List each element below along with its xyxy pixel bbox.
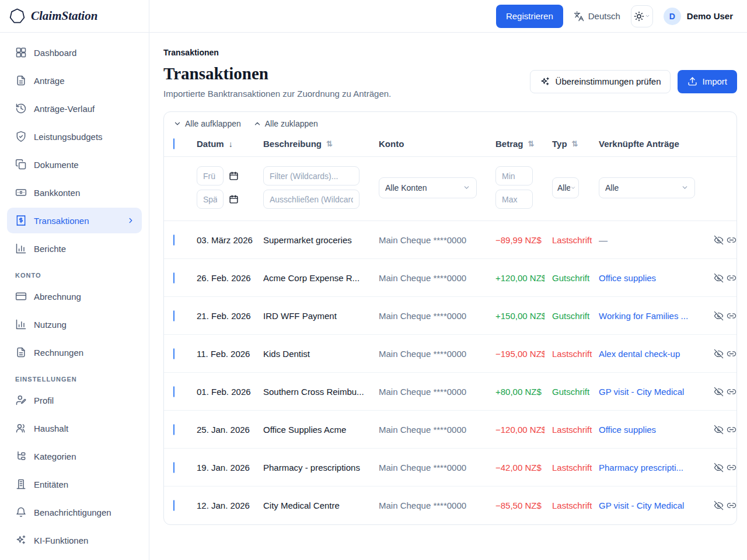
date-to-input[interactable]: [197, 190, 224, 209]
description-filter-input[interactable]: [263, 166, 359, 186]
link-icon[interactable]: [727, 311, 736, 321]
amount-filters: [495, 166, 552, 209]
sidebar-item-bankkonten[interactable]: Bankkonten: [7, 180, 142, 205]
sidebar-item-kategorien[interactable]: Kategorien: [7, 443, 142, 469]
type-filter-select[interactable]: Alle: [552, 177, 579, 198]
select-all-checkbox[interactable]: [173, 138, 174, 149]
sidebar-item-dashboard[interactable]: Dashboard: [7, 40, 142, 65]
transaction-account: Main Cheque ****0000: [379, 463, 495, 473]
sidebar-item-label: Leistungsbudgets: [34, 132, 103, 142]
sidebar-item-antraege-verlauf[interactable]: Anträge-Verlauf: [7, 96, 142, 121]
check-matches-button[interactable]: Übereinstimmungen prüfen: [530, 70, 671, 93]
column-header-datum[interactable]: Datum ↓: [197, 139, 263, 149]
row-checkbox[interactable]: [173, 386, 174, 397]
linked-claim-link[interactable]: Pharmacy prescripti...: [599, 463, 691, 473]
calendar-icon[interactable]: [229, 194, 239, 204]
table-row: 01. Feb. 2026 Southern Cross Reimbu... M…: [164, 373, 736, 411]
sidebar-item-benachrichtigungen[interactable]: Benachrichtigungen: [7, 499, 142, 525]
date-filters: [197, 166, 263, 209]
row-checkbox[interactable]: [173, 235, 174, 246]
transaction-account: Main Cheque ****0000: [379, 349, 495, 359]
eye-off-icon[interactable]: [714, 349, 724, 359]
sidebar-item-nutzung[interactable]: Nutzung: [7, 312, 142, 337]
user-name: Demo User: [687, 11, 733, 21]
tree-icon: [15, 450, 27, 462]
link-icon[interactable]: [727, 463, 736, 473]
linked-claim-link[interactable]: GP visit - City Medical: [599, 387, 691, 397]
link-icon[interactable]: [727, 349, 736, 359]
transaction-date: 01. Feb. 2026: [197, 387, 263, 397]
eye-off-icon[interactable]: [714, 235, 724, 245]
transaction-account: Main Cheque ****0000: [379, 235, 495, 245]
link-icon[interactable]: [727, 501, 736, 510]
sidebar-item-label: Dokumente: [34, 160, 79, 170]
sidebar-item-antraege[interactable]: Anträge: [7, 68, 142, 93]
linked-filter-select[interactable]: Alle: [599, 177, 695, 198]
linked-claim-link[interactable]: GP visit - City Medical: [599, 501, 691, 510]
sidebar-item-label: Haushalt: [34, 424, 68, 433]
register-button[interactable]: Registrieren: [496, 5, 563, 28]
linked-claim-link[interactable]: Alex dental check-up: [599, 349, 691, 359]
user-menu[interactable]: D Demo User: [664, 8, 733, 25]
language-switcher[interactable]: Deutsch: [574, 11, 620, 22]
chevron-down-icon: [173, 120, 181, 128]
sidebar-item-berichte[interactable]: Berichte: [7, 236, 142, 261]
sort-updown-icon[interactable]: ⇅: [326, 139, 333, 148]
linked-claim-link[interactable]: Working for Families ...: [599, 311, 691, 321]
eye-off-icon[interactable]: [714, 501, 724, 510]
expand-all-button[interactable]: Alle aufklappen: [173, 119, 241, 128]
eye-off-icon[interactable]: [714, 311, 724, 321]
chevron-right-icon: [127, 216, 135, 225]
linked-claim-link[interactable]: Office supplies: [599, 273, 691, 283]
linked-claim-link[interactable]: Office supplies: [599, 425, 691, 435]
import-button[interactable]: Import: [678, 70, 737, 93]
sidebar-item-entitaeten[interactable]: Entitäten: [7, 471, 142, 497]
amount-max-input[interactable]: [495, 190, 533, 209]
row-checkbox[interactable]: [173, 500, 174, 511]
column-header-beschreibung[interactable]: Beschreibung ⇅: [263, 139, 379, 149]
row-checkbox[interactable]: [173, 462, 174, 473]
sidebar-item-ki-funktionen[interactable]: KI-Funktionen: [7, 527, 142, 553]
date-from-input[interactable]: [197, 166, 224, 186]
transaction-type: Lastschrift: [552, 463, 596, 473]
top-bar-right: Registrieren Deutsch D Demo User: [149, 0, 747, 32]
amount-min-input[interactable]: [495, 166, 533, 186]
sidebar-item-abrechnung[interactable]: Abrechnung: [7, 284, 142, 309]
eye-off-icon[interactable]: [714, 425, 724, 435]
sort-updown-icon[interactable]: ⇅: [572, 139, 578, 148]
sort-desc-icon[interactable]: ↓: [229, 139, 233, 149]
transaction-date: 03. März 2026: [197, 235, 263, 245]
sidebar-item-rechnungen[interactable]: Rechnungen: [7, 340, 142, 365]
eye-off-icon[interactable]: [714, 463, 724, 473]
eye-off-icon[interactable]: [714, 273, 724, 283]
brand-logo[interactable]: ClaimStation: [0, 0, 149, 32]
description-exclude-input[interactable]: [263, 190, 359, 209]
row-checkbox[interactable]: [173, 310, 174, 321]
sort-updown-icon[interactable]: ⇅: [528, 139, 535, 148]
sidebar-item-label: Bankkonten: [34, 188, 80, 198]
account-filter-select[interactable]: Alle Konten: [379, 177, 477, 198]
row-checkbox[interactable]: [173, 348, 174, 359]
link-icon[interactable]: [727, 387, 736, 397]
sidebar-item-dokumente[interactable]: Dokumente: [7, 152, 142, 177]
eye-off-icon[interactable]: [714, 387, 724, 397]
column-header-betrag[interactable]: Betrag ⇅: [495, 139, 552, 149]
row-checkbox[interactable]: [173, 272, 174, 284]
sidebar-item-transaktionen[interactable]: Transaktionen: [7, 208, 142, 233]
transaction-description: Kids Dentist: [263, 349, 366, 359]
sidebar-item-haushalt[interactable]: Haushalt: [7, 415, 142, 441]
column-header-typ[interactable]: Typ ⇅: [552, 139, 599, 149]
link-icon[interactable]: [727, 425, 736, 435]
sidebar-item-leistungsbudgets[interactable]: Leistungsbudgets: [7, 124, 142, 149]
row-checkbox[interactable]: [173, 424, 174, 435]
sparkles-icon: [15, 534, 27, 546]
calendar-icon[interactable]: [229, 171, 239, 181]
link-icon[interactable]: [727, 235, 736, 245]
transaction-type: Gutschrift: [552, 387, 596, 397]
brand-name: ClaimStation: [31, 9, 97, 23]
language-label: Deutsch: [588, 11, 620, 21]
sidebar-item-profil[interactable]: Profil: [7, 387, 142, 413]
theme-toggle-button[interactable]: [631, 5, 653, 27]
collapse-all-button[interactable]: Alle zuklappen: [253, 119, 318, 128]
link-icon[interactable]: [727, 273, 736, 283]
